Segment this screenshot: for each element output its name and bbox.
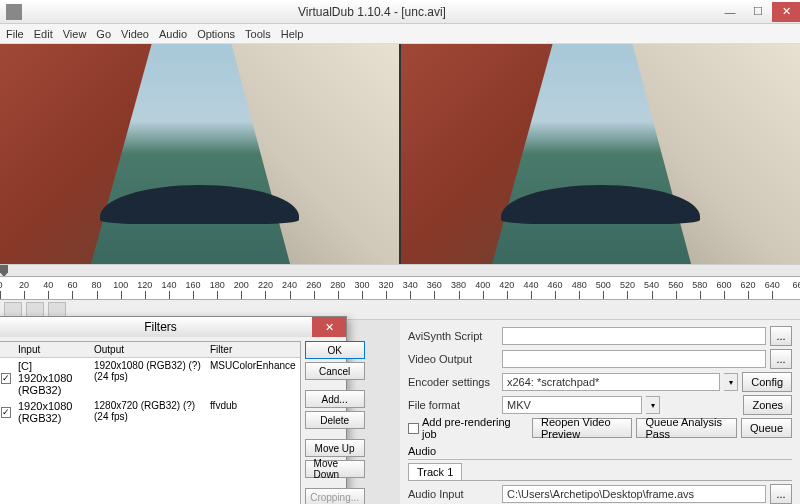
filters-list[interactable]: Input Output Filter ✓ [C] 1920x1080 (RGB… <box>0 341 301 504</box>
file-format-label: File format <box>408 399 498 411</box>
menu-options[interactable]: Options <box>197 28 235 40</box>
ok-button[interactable]: OK <box>305 341 365 359</box>
video-pane-input[interactable] <box>0 44 399 264</box>
move-down-button[interactable]: Move Down <box>305 460 365 478</box>
filter-row[interactable]: ✓ 1920x1080 (RGB32) 1280x720 (RGB32) (?)… <box>0 398 300 426</box>
cancel-button[interactable]: Cancel <box>305 362 365 380</box>
filters-dialog: Filters ✕ Input Output Filter ✓ [C] 1920… <box>0 316 347 504</box>
delete-button[interactable]: Delete <box>305 411 365 429</box>
queue-analysis-button[interactable]: Queue Analysis Pass <box>636 418 736 438</box>
timeline-marker-track[interactable] <box>0 264 800 276</box>
timeline-ruler[interactable]: 0204060801001201401601802002202402602803… <box>0 276 800 300</box>
menu-help[interactable]: Help <box>281 28 304 40</box>
move-up-button[interactable]: Move Up <box>305 439 365 457</box>
audio-section-header: Audio <box>408 443 792 460</box>
avisynth-label: AviSynth Script <box>408 330 498 342</box>
audio-input-label: Audio Input <box>408 488 498 500</box>
avisynth-browse-button[interactable]: ... <box>770 326 792 346</box>
add-button[interactable]: Add... <box>305 390 365 408</box>
queue-button[interactable]: Queue <box>741 418 792 438</box>
menu-edit[interactable]: Edit <box>34 28 53 40</box>
title-bar: VirtualDub 1.10.4 - [unc.avi] — ☐ ✕ <box>0 0 800 24</box>
chevron-down-icon[interactable]: ▾ <box>724 373 738 391</box>
maximize-button[interactable]: ☐ <box>744 2 772 22</box>
menu-video[interactable]: Video <box>121 28 149 40</box>
dialog-button-column: OK Cancel Add... Delete Move Up Move Dow… <box>305 337 369 504</box>
reopen-preview-button[interactable]: Reopen Video Preview <box>532 418 632 438</box>
menu-go[interactable]: Go <box>96 28 111 40</box>
file-format-select[interactable]: MKV <box>502 396 642 414</box>
cropping-button[interactable]: Cropping... <box>305 488 365 504</box>
dialog-close-button[interactable]: ✕ <box>312 317 346 337</box>
app-icon <box>6 4 22 20</box>
chevron-down-icon[interactable]: ▾ <box>646 396 660 414</box>
video-preview-area <box>0 44 800 264</box>
add-prerender-checkbox[interactable]: Add pre-rendering job <box>408 416 528 440</box>
window-controls: — ☐ ✕ <box>716 2 800 22</box>
audio-track-tabs: Track 1 <box>408 463 792 481</box>
menu-bar: File Edit View Go Video Audio Options To… <box>0 24 800 44</box>
avisynth-input[interactable] <box>502 327 766 345</box>
filter-checkbox[interactable]: ✓ <box>1 373 11 384</box>
filters-list-header: Input Output Filter <box>0 342 300 358</box>
encoder-settings-label: Encoder settings <box>408 376 498 388</box>
zones-button[interactable]: Zones <box>743 395 792 415</box>
col-output: Output <box>90 342 206 357</box>
col-input: Input <box>14 342 90 357</box>
minimize-button[interactable]: — <box>716 2 744 22</box>
audio-input-field[interactable]: C:\Users\Archetipo\Desktop\frame.avs <box>502 485 766 503</box>
video-output-input[interactable] <box>502 350 766 368</box>
col-filter: Filter <box>206 342 300 357</box>
video-pane-output[interactable] <box>399 44 800 264</box>
filter-checkbox[interactable]: ✓ <box>1 407 11 418</box>
close-button[interactable]: ✕ <box>772 2 800 22</box>
audio-input-browse-button[interactable]: ... <box>770 484 792 504</box>
menu-view[interactable]: View <box>63 28 87 40</box>
video-output-label: Video Output <box>408 353 498 365</box>
filter-row[interactable]: ✓ [C] 1920x1080 (RGB32) 1920x1080 (RGB32… <box>0 358 300 398</box>
menu-audio[interactable]: Audio <box>159 28 187 40</box>
menu-file[interactable]: File <box>6 28 24 40</box>
tab-track-1[interactable]: Track 1 <box>408 463 462 480</box>
lower-left-area: Select Filters ✕ Input Output Filter ✓ <box>0 320 400 504</box>
encoding-panel: AviSynth Script ... Video Output ... Enc… <box>400 320 800 504</box>
dialog-title: Filters <box>9 320 312 334</box>
video-output-browse-button[interactable]: ... <box>770 349 792 369</box>
encoder-settings-select[interactable]: x264: *scratchpad* <box>502 373 720 391</box>
encoder-config-button[interactable]: Config <box>742 372 792 392</box>
dialog-titlebar[interactable]: Filters ✕ <box>0 317 346 337</box>
window-title: VirtualDub 1.10.4 - [unc.avi] <box>28 5 716 19</box>
menu-tools[interactable]: Tools <box>245 28 271 40</box>
